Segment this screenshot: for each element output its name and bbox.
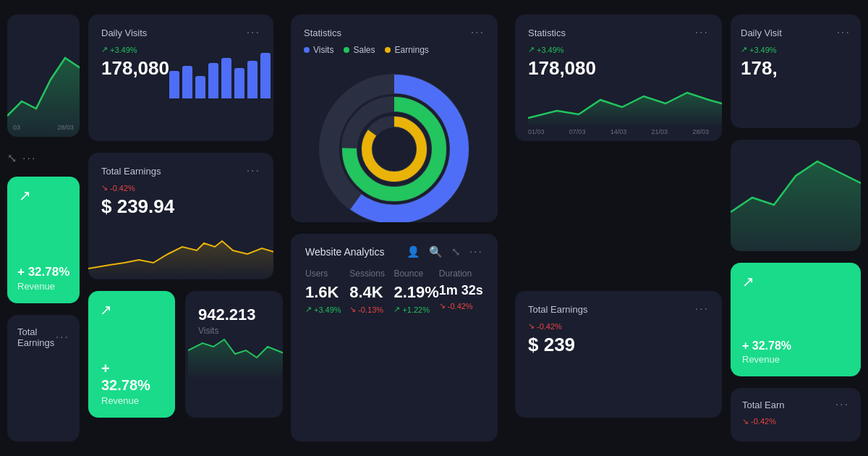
dots-menu-statistics[interactable]: ··· bbox=[471, 26, 485, 39]
dots-menu-dv-partial[interactable]: ··· bbox=[837, 26, 851, 39]
legend-visits: Visits bbox=[304, 45, 333, 55]
total-earnings-title-left: Total Earnings bbox=[17, 326, 56, 348]
revenue-card-partial-left: ↗ + 32.78% Revenue bbox=[7, 177, 80, 303]
visits-value: 942.213 bbox=[198, 305, 270, 324]
expand-icon[interactable]: ⤡ bbox=[7, 151, 17, 165]
dots-menu-earn-bottom[interactable]: ··· bbox=[695, 303, 709, 316]
total-earnings-title: Total Earnings bbox=[101, 166, 161, 177]
x-14-03: 14/03 bbox=[610, 128, 627, 135]
x-label-03: 03 bbox=[13, 124, 20, 131]
daily-visit-partial-title: Daily Visit bbox=[741, 28, 782, 38]
total-earnings-bottom-card: Total Earnings ··· ↘-0.42% $ 239 bbox=[515, 291, 722, 418]
dots-menu-earnings[interactable]: ··· bbox=[247, 164, 260, 177]
visits-card: 942.213 Visits bbox=[185, 291, 283, 418]
total-earnings-bottom-title: Total Earnings bbox=[528, 304, 587, 315]
revenue-arrow-icon-left: ↗ bbox=[19, 187, 31, 204]
website-analytics-card: Website Analytics 👤 🔍 ⤡ ··· Users 1.6K ↗… bbox=[291, 234, 498, 442]
total-earnings-bottom-card-left: Total Earnings ··· bbox=[7, 315, 80, 442]
metric-bounce-label: Bounce bbox=[393, 269, 438, 279]
total-earn-title: Total Earn bbox=[742, 400, 785, 410]
revenue-percent-right: + 32.78% bbox=[742, 339, 791, 352]
total-earnings-value: $ 239.94 bbox=[101, 195, 260, 218]
search-icon[interactable]: 🔍 bbox=[429, 245, 443, 258]
donut-legend: Visits Sales Earnings bbox=[304, 45, 485, 55]
statistics-right-badge: ↗+3.49% bbox=[528, 45, 709, 54]
statistics-right-value: 178,080 bbox=[528, 57, 709, 80]
legend-earnings: Earnings bbox=[385, 45, 428, 55]
revenue-partial-right: ↗ + 32.78% Revenue bbox=[731, 263, 861, 376]
metric-duration-badge: ↘ -0.42% bbox=[439, 301, 483, 311]
metric-sessions: Sessions 8.4K ↘ -0.13% bbox=[349, 269, 393, 314]
daily-visit-partial-card: Daily Visit ··· ↗+3.49% 178, bbox=[731, 14, 861, 128]
metric-sessions-badge: ↘ -0.13% bbox=[349, 305, 393, 314]
statistics-donut-card: Statistics ··· Visits Sales Earnings bbox=[291, 14, 498, 222]
donut-chart-container bbox=[304, 62, 485, 222]
revenue-label: Revenue bbox=[101, 395, 162, 406]
metric-users-badge: ↗ +3.49% bbox=[305, 305, 349, 314]
x-01-03: 01/03 bbox=[528, 128, 545, 135]
x-21-03: 21/03 bbox=[652, 128, 668, 135]
daily-visit-partial-badge: ↗+3.49% bbox=[741, 45, 851, 54]
total-earnings-bottom-badge: ↘-0.42% bbox=[528, 321, 709, 331]
dots-menu-stats-right[interactable]: ··· bbox=[695, 26, 709, 39]
metric-bounce-badge: ↗ +1.22% bbox=[393, 305, 438, 314]
metric-duration-label: Duration bbox=[439, 269, 483, 279]
daily-visits-bar-chart bbox=[169, 48, 273, 98]
total-earnings-badge: ↘-0.42% bbox=[101, 183, 260, 193]
metric-bounce: Bounce 2.19% ↗ +1.22% bbox=[393, 269, 438, 314]
statistics-right-title: Statistics bbox=[528, 28, 566, 38]
revenue-label-right: Revenue bbox=[742, 354, 791, 365]
user-icon[interactable]: 👤 bbox=[407, 245, 420, 258]
daily-visits-card: Daily Visits ··· ↗+3.49% 178,080 bbox=[88, 14, 273, 141]
analytics-title: Website Analytics bbox=[305, 246, 384, 258]
x-label-2803: 28/03 bbox=[57, 124, 74, 131]
statistics-right-card: Statistics ··· ↗+3.49% 178,080 bbox=[515, 14, 722, 141]
dots-menu-earnings-left[interactable]: ··· bbox=[56, 331, 69, 344]
metric-users-label: Users bbox=[305, 269, 349, 279]
dots-menu-analytics[interactable]: ··· bbox=[469, 245, 483, 258]
revenue-arrow-right: ↗ bbox=[742, 273, 754, 290]
dots-menu-total-earn[interactable]: ··· bbox=[835, 398, 849, 411]
daily-visits-title: Daily Visits bbox=[101, 28, 147, 38]
metric-sessions-value: 8.4K bbox=[349, 283, 393, 302]
dots-menu-daily[interactable]: ··· bbox=[247, 26, 260, 39]
dots-menu-left[interactable]: ··· bbox=[22, 152, 36, 165]
daily-visits-value: 178,080 bbox=[101, 57, 169, 80]
metric-duration: Duration 1m 32s ↘ -0.42% bbox=[439, 269, 483, 314]
x-07-03: 07/03 bbox=[569, 128, 586, 135]
revenue-percent: + 32.78% bbox=[101, 360, 162, 394]
total-earnings-card: Total Earnings ··· ↘-0.42% $ 239.94 bbox=[88, 153, 273, 279]
total-earn-badge: ↘ -0.42% bbox=[742, 417, 849, 426]
revenue-card: ↗ + 32.78% Revenue bbox=[88, 291, 175, 418]
daily-visit-partial-value: 178, bbox=[741, 57, 851, 80]
daily-visits-badge: ↗+3.49% bbox=[101, 45, 169, 54]
revenue-percent-partial: + 32.78% bbox=[17, 265, 69, 279]
metric-duration-value: 1m 32s bbox=[439, 283, 483, 298]
revenue-label-partial: Revenue bbox=[17, 281, 69, 292]
total-earn-partial: Total Earn ··· ↘ -0.42% bbox=[731, 388, 861, 442]
metric-users-value: 1.6K bbox=[305, 283, 349, 302]
total-earnings-bottom-value: $ 239 bbox=[528, 334, 709, 356]
statistics-donut-title: Statistics bbox=[304, 28, 341, 38]
revenue-arrow-icon: ↗ bbox=[100, 301, 112, 318]
fullscreen-icon[interactable]: ⤡ bbox=[451, 245, 461, 258]
metric-users: Users 1.6K ↗ +3.49% bbox=[305, 269, 349, 314]
metric-sessions-label: Sessions bbox=[349, 269, 393, 279]
left-area-card: 03 28/03 bbox=[7, 14, 80, 137]
metric-bounce-value: 2.19% bbox=[393, 283, 438, 302]
x-28-03: 28/03 bbox=[692, 128, 709, 135]
right-area-peek bbox=[731, 140, 861, 251]
legend-sales: Sales bbox=[344, 45, 375, 55]
